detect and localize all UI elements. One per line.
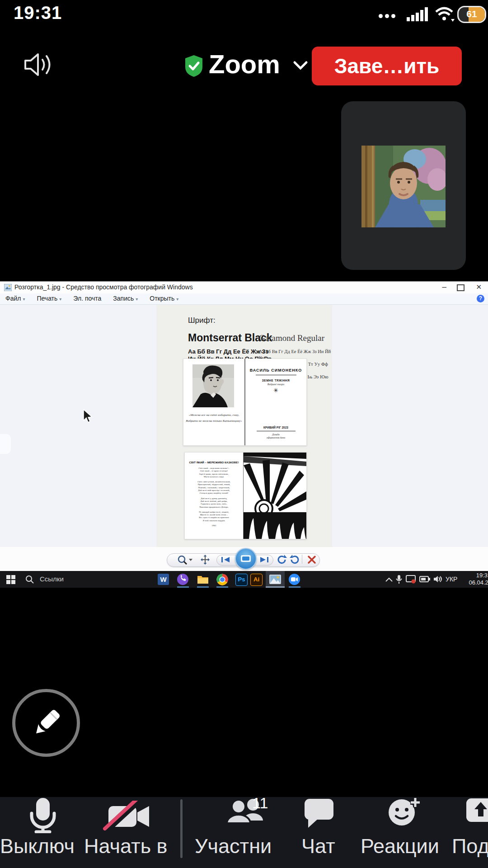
tray-volume-icon[interactable]	[433, 575, 442, 583]
tray-cast-icon[interactable]	[406, 575, 416, 584]
photo-viewer-titlebar: Розгортка_1.jpg - Средство просмотра фот…	[0, 281, 488, 294]
poem-title: СВІТ ЯКИЙ – МЕРЕЖИВО КАЗКОВЕ!	[185, 461, 243, 464]
close-button[interactable]: ✕	[476, 283, 482, 291]
poem-year: 1962	[185, 524, 243, 527]
taskbar-word-icon[interactable]: W	[158, 574, 169, 585]
participant-video-tile[interactable]	[341, 101, 466, 270]
participants-label: Участни	[195, 835, 272, 858]
mute-label: Выключ	[0, 835, 75, 858]
reactions-smiley-icon	[387, 797, 421, 829]
portrait-caption-line: Вибрати не можна тільки Батьківщину»	[183, 418, 244, 424]
taskbar-photoshop-icon[interactable]: Ps	[235, 574, 248, 586]
reactions-label: Реакции	[361, 835, 439, 858]
play-slideshow-button[interactable]	[235, 548, 257, 570]
next-image-icon[interactable]	[258, 556, 269, 563]
chat-label: Чат	[301, 835, 335, 858]
end-meeting-button[interactable]: Заве…ить	[312, 47, 462, 85]
share-button[interactable]: Поде	[445, 797, 488, 868]
notification-dots-icon	[379, 12, 398, 20]
wifi-icon	[435, 5, 455, 24]
help-icon[interactable]: ?	[477, 295, 484, 302]
taskbar-chrome-icon[interactable]	[216, 574, 228, 585]
pencil-icon	[28, 704, 64, 742]
battery-icon: 61	[457, 6, 486, 23]
book-title: ЗЕМНЕ ТЯЖІННЯ	[245, 379, 306, 382]
fit-to-window-icon[interactable]	[201, 555, 210, 565]
poem-line: Хвилями прадавнього Дніпра.	[185, 506, 243, 509]
serif-font-name: Garamond Regular	[259, 333, 324, 343]
poem-line: Сонцем душу жадібну налий!	[185, 492, 243, 495]
photo-viewer-content: Шрифт: Montserrat Black Аа Бб Вв Гг Дд Е…	[0, 305, 488, 547]
chat-icon	[304, 798, 335, 830]
delete-icon[interactable]	[307, 555, 316, 564]
security-shield-icon[interactable]	[183, 54, 204, 78]
photo-viewer-toolbar	[0, 547, 488, 571]
displayed-image: Шрифт: Montserrat Black Аа Бб Вв Гг Дд Е…	[156, 305, 332, 547]
tray-language[interactable]: УКР	[446, 576, 457, 583]
chevron-down-icon[interactable]	[293, 60, 308, 71]
microphone-icon	[28, 798, 58, 833]
tray-chevron-icon[interactable]	[385, 577, 393, 582]
book-credit-line: Дизайн	[245, 433, 306, 436]
taskbar-zoom-icon[interactable]	[289, 574, 300, 585]
menu-print[interactable]: Печать▾	[37, 295, 61, 302]
taskbar-explorer-icon[interactable]	[197, 574, 209, 585]
photo-viewer-app-icon	[4, 284, 12, 291]
participants-button[interactable]: 11 Участни	[183, 797, 296, 868]
mute-button[interactable]: Выключ	[0, 797, 84, 868]
start-video-button[interactable]: Начать в	[84, 797, 179, 868]
menu-open[interactable]: Открыть▾	[150, 295, 178, 302]
tray-clock[interactable]: 19:31 06.04.2023	[462, 572, 488, 586]
speaker-icon[interactable]	[22, 50, 54, 80]
start-button-icon[interactable]	[6, 575, 15, 584]
photo-viewer-menubar: Файл▾ Печать▾ Эл. почта Запись▾ Открыть▾…	[0, 293, 488, 305]
book-imprint: КРИВИЙ РІГ 2023	[245, 426, 306, 429]
phone-screen: 19:31 61 Zoom Заве…ить	[0, 0, 488, 868]
status-time: 19:31	[14, 3, 62, 23]
taskbar-photoviewer-icon[interactable]	[269, 575, 281, 584]
portrait-caption-line: «Можна все на світі вибирати, сину,	[183, 412, 244, 418]
poem-line: Магія коханого лиця.	[185, 476, 243, 478]
mouse-cursor	[83, 409, 94, 425]
previous-image-icon[interactable]	[221, 556, 231, 563]
menu-burn[interactable]: Запись▾	[113, 295, 138, 302]
minimize-button[interactable]: –	[442, 283, 446, 292]
poem-line: Я тобі закохано віддам.	[185, 519, 243, 522]
zoom-tool-icon[interactable]	[177, 555, 193, 565]
book-subtitle: Вибрані твори	[245, 383, 306, 386]
tray-battery-icon[interactable]	[419, 576, 430, 582]
menu-file[interactable]: Файл▾	[5, 295, 25, 302]
menu-email[interactable]: Эл. почта	[73, 295, 101, 302]
meeting-title[interactable]: Zoom	[209, 49, 280, 79]
title-page-ornament: ✳	[245, 387, 306, 394]
signal-icon	[407, 6, 433, 22]
windows-taskbar: Ссылки W Ps Ai	[0, 571, 488, 588]
taskbar-links-label[interactable]: Ссылки	[40, 575, 64, 583]
chat-button[interactable]: Чат	[296, 797, 354, 868]
annotate-button[interactable]	[12, 689, 80, 757]
start-video-label: Начать в	[84, 835, 167, 858]
maximize-button[interactable]	[457, 284, 465, 291]
participants-count-badge: 11	[252, 797, 268, 812]
battery-percent: 61	[459, 9, 485, 19]
share-screen-icon	[466, 798, 488, 827]
font-label: Шрифт:	[188, 316, 216, 325]
tray-date: 06.04.2023	[462, 579, 488, 586]
meeting-controls-bar: Выключ Начать в 11 Участни	[0, 797, 488, 868]
book-author: ВАСИЛЬ СИМОНЕНКО	[245, 368, 306, 373]
video-off-icon	[102, 801, 156, 830]
taskbar-illustrator-icon[interactable]: Ai	[250, 574, 263, 586]
rotate-cw-icon[interactable]	[289, 554, 300, 565]
window-title: Розгортка_1.jpg - Средство просмотра фот…	[14, 283, 193, 291]
rotate-ccw-icon[interactable]	[277, 554, 287, 565]
symonenko-portrait	[192, 364, 234, 407]
book-spread-title: «Можна все на світі вибирати, сину, Вибр…	[183, 359, 307, 446]
tray-mic-icon[interactable]	[396, 575, 402, 585]
book-credit-line: оформлення Анни	[245, 436, 306, 439]
reactions-button[interactable]: Реакции	[354, 797, 445, 868]
participant-avatar	[361, 146, 446, 227]
linocut-illustration	[244, 453, 306, 539]
taskbar-viber-icon[interactable]	[177, 574, 188, 585]
taskbar-search-icon[interactable]	[25, 575, 34, 584]
edge-notification-sliver	[0, 434, 11, 454]
